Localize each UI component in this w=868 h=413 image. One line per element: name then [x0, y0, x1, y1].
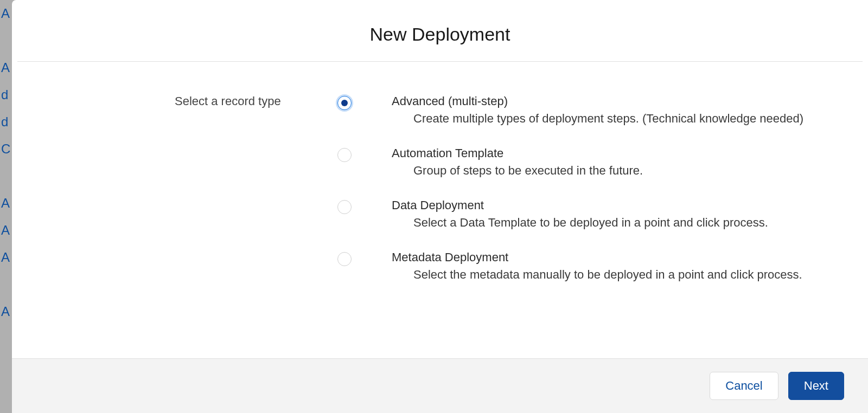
modal-footer: Cancel Next — [12, 358, 868, 413]
section-label: Select a record type — [44, 94, 316, 108]
next-button[interactable]: Next — [788, 372, 844, 400]
option-text: Advanced (multi-step) Create multiple ty… — [392, 94, 835, 126]
option-data-deployment[interactable]: Data Deployment Select a Data Template t… — [337, 198, 835, 230]
option-text: Metadata Deployment Select the metadata … — [392, 250, 835, 282]
option-title: Metadata Deployment — [392, 250, 835, 264]
cancel-button[interactable]: Cancel — [710, 372, 778, 400]
option-description: Select the metadata manually to be deplo… — [392, 268, 835, 282]
background-obscured-text: AAddCAAAA — [0, 0, 10, 325]
option-description: Create multiple types of deployment step… — [392, 112, 835, 126]
option-title: Data Deployment — [392, 198, 835, 212]
option-title: Advanced (multi-step) — [392, 94, 835, 108]
option-text: Data Deployment Select a Data Template t… — [392, 198, 835, 230]
option-automation-template[interactable]: Automation Template Group of steps to be… — [337, 146, 835, 178]
radio-metadata-deployment[interactable] — [337, 252, 352, 266]
record-type-options: Advanced (multi-step) Create multiple ty… — [316, 94, 835, 302]
modal-title: New Deployment — [23, 24, 857, 45]
modal-header: New Deployment — [12, 0, 868, 61]
option-metadata-deployment[interactable]: Metadata Deployment Select the metadata … — [337, 250, 835, 282]
option-description: Select a Data Template to be deployed in… — [392, 216, 835, 230]
radio-wrap — [337, 198, 392, 214]
new-deployment-modal: New Deployment Select a record type Adva… — [12, 0, 868, 413]
radio-automation-template[interactable] — [337, 148, 352, 162]
radio-wrap — [337, 94, 392, 110]
option-description: Group of steps to be executed in the fut… — [392, 164, 835, 178]
radio-data-deployment[interactable] — [337, 200, 352, 214]
option-advanced[interactable]: Advanced (multi-step) Create multiple ty… — [337, 94, 835, 126]
option-title: Automation Template — [392, 146, 835, 160]
radio-advanced[interactable] — [337, 96, 352, 110]
radio-wrap — [337, 146, 392, 162]
option-text: Automation Template Group of steps to be… — [392, 146, 835, 178]
radio-wrap — [337, 250, 392, 266]
modal-body: Select a record type Advanced (multi-ste… — [12, 62, 868, 358]
